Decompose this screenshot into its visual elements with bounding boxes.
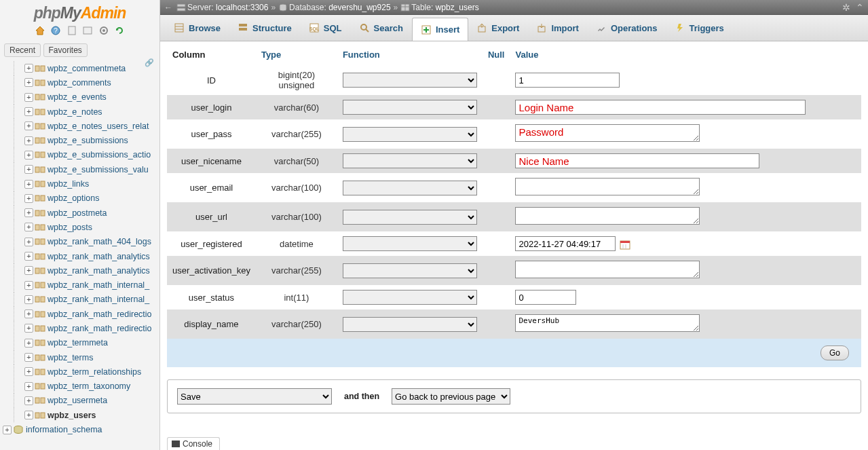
value-user_status[interactable]	[515, 290, 576, 305]
tab-browse[interactable]: Browse	[166, 15, 229, 41]
expand-icon[interactable]: +	[24, 208, 33, 217]
sidebar-item-wpbz_rank_math_internal_[interactable]: +wpbz_rank_math_internal_	[3, 278, 159, 292]
expand-icon[interactable]: +	[24, 151, 33, 160]
tab-export[interactable]: Export	[468, 15, 528, 41]
value-user_registered[interactable]	[515, 236, 616, 251]
then-select[interactable]: Go back to previous page	[392, 388, 510, 405]
back-arrow-icon[interactable]: ←	[164, 3, 172, 12]
function-select-user_registered[interactable]	[343, 236, 477, 251]
value-user_url[interactable]	[515, 207, 700, 225]
sidebar-item-wpbz_rank_math_404_logs[interactable]: +wpbz_rank_math_404_logs	[3, 235, 159, 249]
function-select-user_url[interactable]	[343, 210, 477, 225]
expand-icon[interactable]: +	[24, 64, 33, 73]
function-select-user_email[interactable]	[343, 181, 477, 195]
sidebar-item-wpbz_comments[interactable]: +wpbz_comments	[3, 75, 159, 90]
sidebar-item-wpbz_rank_math_analytics[interactable]: +wpbz_rank_math_analytics	[3, 249, 159, 263]
function-select-user_activation_key[interactable]	[343, 263, 477, 278]
sidebar-item-wpbz_users[interactable]: +wpbz_users	[3, 408, 159, 422]
expand-icon[interactable]: +	[24, 367, 33, 376]
gear-icon[interactable]: ✲	[842, 2, 850, 13]
expand-icon[interactable]: +	[24, 194, 33, 203]
expand-icon[interactable]: +	[24, 165, 33, 174]
sidebar-item-wpbz_commentmeta[interactable]: +wpbz_commentmeta	[3, 61, 159, 75]
expand-icon[interactable]: +	[24, 223, 33, 231]
collapse-icon[interactable]: ⌃	[856, 2, 864, 13]
tab-operations[interactable]: Operations	[588, 15, 666, 41]
tab-triggers[interactable]: Triggers	[666, 15, 733, 41]
expand-icon[interactable]: +	[24, 136, 33, 145]
expand-icon[interactable]: +	[3, 426, 12, 434]
expand-icon[interactable]: +	[24, 238, 33, 246]
sidebar-item-wpbz_e_notes[interactable]: +wpbz_e_notes	[3, 105, 159, 119]
expand-icon[interactable]: +	[24, 339, 33, 348]
function-select-user_status[interactable]	[343, 290, 477, 305]
go-button[interactable]: Go	[820, 345, 849, 360]
sidebar-item-information_schema[interactable]: +information_schema	[3, 422, 159, 436]
expand-icon[interactable]: +	[24, 180, 33, 189]
crumb-table[interactable]: wpbz_users	[436, 3, 479, 12]
sidebar-item-wpbz_termmeta[interactable]: +wpbz_termmeta	[3, 336, 159, 350]
value-user_nicename[interactable]	[515, 153, 759, 168]
tab-import[interactable]: Import	[528, 15, 587, 41]
expand-icon[interactable]: +	[24, 411, 33, 419]
function-select-ID[interactable]	[343, 73, 477, 88]
settings-icon[interactable]	[98, 25, 109, 36]
value-user_pass[interactable]: Password	[515, 124, 700, 142]
sidebar-item-wpbz_e_submissions_valu[interactable]: +wpbz_e_submissions_valu	[3, 162, 159, 176]
sidebar-item-wpbz_options[interactable]: +wpbz_options	[3, 191, 159, 206]
tab-search[interactable]: Search	[351, 15, 412, 41]
sidebar-item-wpbz_links[interactable]: +wpbz_links	[3, 176, 159, 191]
sidebar-item-wpbz_rank_math_internal_[interactable]: +wpbz_rank_math_internal_	[3, 293, 159, 307]
sidebar-item-wpbz_rank_math_analytics[interactable]: +wpbz_rank_math_analytics	[3, 263, 159, 278]
value-display_name[interactable]: DeversHub	[515, 314, 700, 332]
expand-icon[interactable]: +	[24, 353, 33, 362]
crumb-server[interactable]: localhost:3306	[216, 3, 268, 12]
recent-button[interactable]: Recent	[4, 43, 41, 57]
sidebar-item-wpbz_e_notes_users_relat[interactable]: +wpbz_e_notes_users_relat	[3, 119, 159, 133]
tab-sql[interactable]: SQLSQL	[301, 15, 351, 41]
expand-icon[interactable]: +	[24, 266, 33, 275]
expand-icon[interactable]: +	[24, 78, 33, 87]
navi-icon[interactable]	[82, 25, 93, 36]
expand-icon[interactable]: +	[24, 93, 33, 102]
sidebar-item-wpbz_e_submissions[interactable]: +wpbz_e_submissions	[3, 133, 159, 147]
docs-icon[interactable]	[67, 25, 77, 36]
value-user_email[interactable]	[515, 178, 700, 195]
reload-icon[interactable]	[114, 25, 125, 36]
sidebar-item-wpbz_posts[interactable]: +wpbz_posts	[3, 220, 159, 234]
value-user_activation_key[interactable]	[515, 261, 700, 278]
sidebar-item-wpbz_rank_math_redirectio[interactable]: +wpbz_rank_math_redirectio	[3, 321, 159, 335]
logout-icon[interactable]: ?	[50, 25, 61, 36]
expand-icon[interactable]: +	[24, 295, 33, 304]
function-select-display_name[interactable]	[343, 317, 477, 332]
save-select[interactable]: Save	[177, 388, 332, 405]
sidebar-item-wpbz_e_events[interactable]: +wpbz_e_events	[3, 90, 159, 105]
expand-icon[interactable]: +	[24, 382, 33, 391]
favorites-button[interactable]: Favorites	[43, 43, 88, 57]
link-icon[interactable]: 🔗	[145, 58, 154, 67]
value-user_login[interactable]	[515, 100, 806, 115]
tab-insert[interactable]: Insert	[412, 18, 468, 41]
sidebar-item-wpbz_usermeta[interactable]: +wpbz_usermeta	[3, 394, 159, 408]
tab-structure[interactable]: Structure	[229, 15, 301, 41]
expand-icon[interactable]: +	[24, 396, 33, 405]
sidebar-item-wpbz_e_submissions_actio[interactable]: +wpbz_e_submissions_actio	[3, 148, 159, 162]
calendar-icon[interactable]	[620, 239, 630, 250]
expand-icon[interactable]: +	[24, 324, 33, 333]
sidebar-item-wpbz_rank_math_redirectio[interactable]: +wpbz_rank_math_redirectio	[3, 307, 159, 321]
sidebar-item-wpbz_term_relationships[interactable]: +wpbz_term_relationships	[3, 364, 159, 379]
function-select-user_nicename[interactable]	[343, 153, 477, 168]
expand-icon[interactable]: +	[24, 252, 33, 261]
crumb-db[interactable]: devershu_wp925	[328, 3, 390, 12]
sidebar-item-wpbz_terms[interactable]: +wpbz_terms	[3, 350, 159, 364]
function-select-user_login[interactable]	[343, 100, 477, 115]
home-icon[interactable]	[35, 25, 45, 36]
console-tab[interactable]: Console	[167, 437, 220, 450]
function-select-user_pass[interactable]	[343, 127, 477, 142]
expand-icon[interactable]: +	[24, 281, 33, 290]
expand-icon[interactable]: +	[24, 310, 33, 318]
value-ID[interactable]	[515, 73, 620, 88]
expand-icon[interactable]: +	[24, 107, 33, 116]
sidebar-item-wpbz_term_taxonomy[interactable]: +wpbz_term_taxonomy	[3, 379, 159, 394]
expand-icon[interactable]: +	[24, 121, 33, 130]
